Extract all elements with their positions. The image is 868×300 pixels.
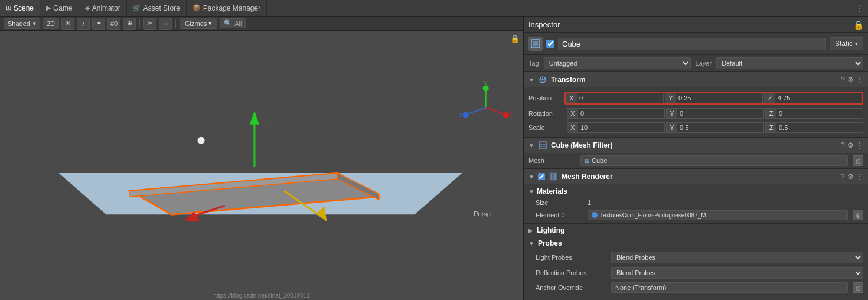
transform-tool[interactable]: ✂ [143,18,156,30]
tab-package-manager[interactable]: 📦 Package Manager [187,0,267,16]
mesh-filter-header[interactable]: ▼ Cube (Mesh Filter) ? ⚙ ⋮ [524,138,868,153]
rotation-label: Rotation [528,110,564,117]
lighting-toggle[interactable]: ☀ [61,18,74,30]
materials-size-row: Size 1 [524,197,868,208]
lighting-section-header[interactable]: ▶ Lighting [524,223,868,237]
material-picker-button[interactable]: ◎ [853,210,863,220]
scale-z-input[interactable] [776,123,863,132]
svg-point-27 [503,112,509,118]
toolbar-separator2 [175,19,176,28]
layer-select[interactable]: Default [716,57,863,69]
mesh-renderer-active-checkbox[interactable] [538,173,545,180]
position-xyz-group: X Y Z [564,92,863,105]
mesh-renderer-icon [549,172,558,181]
inspector-lock-icon[interactable]: 🔒 [853,20,863,30]
svg-point-22 [198,137,205,144]
scene-viewport: Shaded 2D ☀ ♪ ✦ #0 ⊕ ✂ ↔ Gizmos ▾ 🔍 All [0,17,523,300]
main-content: Shaded 2D ☀ ♪ ✦ #0 ⊕ ✂ ↔ Gizmos ▾ 🔍 All [0,17,868,300]
lock-icon[interactable]: 🔒 [510,34,520,43]
perspective-label: Persp [474,210,491,217]
light-probes-select[interactable]: Blend Probes [611,252,863,263]
position-label: Position [528,94,562,102]
mesh-filter-settings-icon[interactable]: ⚙ [847,141,854,149]
scene-svg: Y X Z [0,31,523,300]
rotation-y-label: Y [667,109,677,118]
tab-asset-store[interactable]: 🛒 Asset Store [127,0,187,16]
static-dropdown[interactable]: Static ▾ [830,37,863,50]
light-probes-label: Light Probes [536,254,606,261]
tab-scene[interactable]: ⊞ Scene [0,0,40,16]
transform-more-icon[interactable]: ⋮ [856,76,863,84]
scale-xyz-group: X Y Z [567,122,863,133]
transform-help-icon[interactable]: ? [841,76,845,84]
materials-title: Materials [537,187,567,195]
mesh-filter-help-icon[interactable]: ? [841,141,845,149]
rotation-y-input[interactable] [677,109,763,118]
reflection-probes-row: Reflection Probes Blend Probes [524,265,868,281]
mesh-filter-collapse-arrow: ▼ [528,142,534,149]
transform-collapse-arrow: ▼ [528,77,534,83]
transform-settings-icon[interactable]: ⚙ [847,76,854,84]
shaded-dropdown[interactable]: Shaded [4,18,40,29]
viewport-canvas[interactable]: Y X Z Persp 🔒 https://blog.csdn.net/sina… [0,31,523,300]
mesh-filter-more-icon[interactable]: ⋮ [856,141,863,149]
tag-select[interactable]: Untagged [544,57,691,69]
object-active-checkbox[interactable] [546,40,554,48]
mesh-value-label: Cube [592,157,607,164]
search-box[interactable]: 🔍 All [220,18,246,28]
static-chevron: ▾ [855,41,858,47]
2d-button[interactable]: 2D [43,18,59,29]
materials-header[interactable]: ▼ Materials [524,185,868,197]
probes-section-header[interactable]: ▼ Probes [524,237,868,250]
gizmos-dropdown[interactable]: Gizmos ▾ [180,18,217,29]
rotation-x-label: X [567,109,578,118]
fx-toggle[interactable]: ✦ [92,18,105,30]
mesh-renderer-help-icon[interactable]: ? [841,172,845,181]
position-y-input[interactable] [676,93,762,103]
transform-actions: ? ⚙ ⋮ [841,76,863,84]
animator-icon: ◈ [85,4,90,12]
mesh-row: Mesh ⊞ Cube ◎ [524,153,868,168]
scale-x-label: X [567,123,578,132]
materials-size-value: 1 [588,199,863,206]
anchor-override-picker-button[interactable]: ◎ [853,282,863,293]
scale-y-input[interactable] [677,123,763,132]
svg-rect-0 [0,31,523,300]
materials-element0-label: Element 0 [536,211,583,219]
mesh-renderer-collapse-arrow: ▼ [528,174,534,180]
gizmos-chevron: ▾ [208,19,212,27]
mesh-filter-title: Cube (Mesh Filter) [551,141,837,149]
rotation-x-field: X [567,108,665,119]
scale-row: Scale X Y Z [524,120,868,135]
mesh-renderer-header[interactable]: ▼ Mesh Renderer ? ⚙ ⋮ [524,169,868,184]
mesh-renderer-more-icon[interactable]: ⋮ [856,172,863,181]
tag-layer-row: Tag Untagged Layer Default [524,55,868,72]
mesh-renderer-settings-icon[interactable]: ⚙ [847,172,854,181]
top-toolbar: ⊞ Scene ▶ Game ◈ Animator 🛒 Asset Store … [0,0,868,17]
reflection-probes-select[interactable]: Blend Probes [611,267,863,279]
transform-title: Transform [551,76,837,84]
2d-label: 2D [47,20,55,27]
scale-x-input[interactable] [578,123,664,132]
move-tool[interactable]: ↔ [159,18,172,30]
mesh-picker-button[interactable]: ◎ [853,155,863,166]
scene-options2[interactable]: ⊕ [123,18,136,30]
tab-animator-label: Animator [92,4,120,12]
scene-options1[interactable]: #0 [107,18,120,30]
position-z-input[interactable] [775,93,862,103]
rotation-z-input[interactable] [776,109,863,118]
position-x-input[interactable] [577,93,663,103]
audio-toggle[interactable]: ♪ [77,18,90,30]
reflection-probes-label: Reflection Probes [536,269,606,276]
mesh-value-icon: ⊞ [585,158,589,164]
svg-text:X: X [509,112,513,118]
transform-header[interactable]: ▼ Transform ? ⚙ ⋮ [524,72,868,87]
object-name-input[interactable] [558,38,826,50]
scene-icon: ⊞ [6,4,11,12]
mesh-filter-icon [538,141,547,150]
toolbar-more-button[interactable]: ⋮ [851,4,868,12]
svg-text:Y: Y [484,80,488,86]
tab-animator[interactable]: ◈ Animator [79,0,127,16]
rotation-x-input[interactable] [578,109,664,118]
tab-game[interactable]: ▶ Game [40,0,79,16]
